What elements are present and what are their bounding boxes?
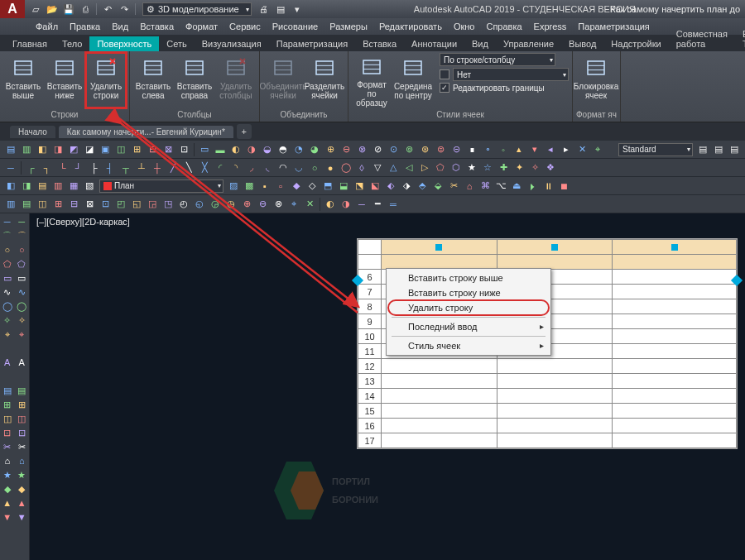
ribbon-tab[interactable]: Вставка xyxy=(355,36,404,51)
menu-параметризация[interactable]: Параметризация xyxy=(572,22,655,31)
file-tab-doc[interactable]: Как самому начерти...- Евгений Курицин* xyxy=(59,126,233,138)
tool-icon[interactable]: ◩ xyxy=(66,142,81,157)
tool-icon[interactable]: ⊗ xyxy=(271,197,286,212)
ribbon-tab[interactable]: Поверхность xyxy=(89,36,159,51)
tool-icon[interactable] xyxy=(1,370,14,383)
style-dropdown[interactable]: Standard xyxy=(618,143,693,156)
tool-icon[interactable]: ⊞ xyxy=(129,142,144,157)
tool-icon[interactable]: ⊕ xyxy=(323,142,338,157)
tool-icon[interactable]: A xyxy=(15,356,28,369)
column-grip-icon[interactable] xyxy=(551,244,558,251)
tool-icon[interactable]: ▥ xyxy=(50,179,65,194)
tool-icon[interactable]: ⊡ xyxy=(1,426,14,439)
table-cell[interactable] xyxy=(613,314,737,329)
tool-icon[interactable]: ⊛ xyxy=(417,142,432,157)
menu-размеры[interactable]: Размеры xyxy=(324,22,373,31)
tool-icon[interactable]: ▥ xyxy=(3,197,18,212)
tool-icon[interactable]: ├ xyxy=(87,160,102,175)
menu-окно[interactable]: Окно xyxy=(448,22,481,31)
tool-icon[interactable]: ◶ xyxy=(208,197,223,212)
tool-icon[interactable]: ⬠ xyxy=(15,257,28,270)
tool-icon[interactable]: ✧ xyxy=(527,160,542,175)
tool-icon[interactable]: ◫ xyxy=(15,412,28,425)
tool-icon[interactable]: ❖ xyxy=(543,160,558,175)
table-cell[interactable] xyxy=(497,374,613,389)
table-cell[interactable] xyxy=(613,270,737,285)
tool-icon[interactable]: ○ xyxy=(1,243,14,256)
tool-icon[interactable] xyxy=(1,342,14,355)
tool-icon[interactable]: ▫ xyxy=(273,179,288,194)
tool-icon[interactable]: ⊝ xyxy=(449,142,464,157)
tool-icon[interactable]: ▭ xyxy=(197,142,212,157)
tool-icon[interactable]: ⊘ xyxy=(370,142,385,157)
tool-icon[interactable]: ◞ xyxy=(244,160,259,175)
tool-icon[interactable]: ─ xyxy=(15,215,28,228)
tool-icon[interactable]: ─ xyxy=(354,197,369,212)
tool-icon[interactable]: ⊡ xyxy=(176,142,191,157)
tool-icon[interactable]: ⊞ xyxy=(15,398,28,411)
tool-icon[interactable]: ▤ xyxy=(19,197,34,212)
ribbon-button[interactable]: Формат по образцу xyxy=(352,53,392,108)
table-cell[interactable] xyxy=(613,404,737,419)
menu-редактировать[interactable]: Редактировать xyxy=(373,22,448,31)
table-cell[interactable] xyxy=(613,285,737,299)
ribbon-tab[interactable]: Сеть xyxy=(159,36,194,51)
column-header[interactable]: A xyxy=(382,240,497,255)
row-header[interactable]: 16 xyxy=(358,419,382,433)
tool-icon[interactable] xyxy=(15,342,28,355)
tool-icon[interactable]: ⬙ xyxy=(430,179,445,194)
tool-icon[interactable]: ✂ xyxy=(15,440,28,453)
tool-icon[interactable]: ◑ xyxy=(244,142,259,157)
ribbon-button[interactable]: Вставить слева xyxy=(133,53,173,108)
menu-item[interactable]: Удалить строку xyxy=(388,300,549,315)
ribbon-button[interactable]: Середина по центру xyxy=(393,53,433,108)
tool-icon[interactable]: ╱ xyxy=(166,160,180,175)
workspace-dropdown[interactable]: ⚙3D моделирование xyxy=(142,2,252,16)
ribbon-button[interactable]: Удалить строки xyxy=(86,53,126,108)
dropdown[interactable]: Нет xyxy=(453,68,569,81)
table-cell[interactable] xyxy=(613,255,737,270)
tool-icon[interactable]: ⊖ xyxy=(255,197,270,212)
tool-icon[interactable]: ⌥ xyxy=(493,179,508,194)
tool-icon[interactable]: ═ xyxy=(386,197,401,212)
tool-icon[interactable]: ⌒ xyxy=(1,229,14,242)
tool-icon[interactable]: ⊖ xyxy=(339,142,353,157)
tool-icon[interactable]: ─ xyxy=(3,160,18,175)
tool-icon[interactable]: ⬠ xyxy=(433,160,448,175)
tool-icon[interactable]: ◧ xyxy=(3,179,18,194)
app-logo[interactable]: A xyxy=(0,0,25,18)
row-header[interactable]: 17 xyxy=(358,433,382,448)
ribbon-button[interactable]: Вставить выше xyxy=(3,53,43,108)
viewport-label[interactable]: [–][Сверху][2D-каркас] xyxy=(36,217,130,227)
tool-icon[interactable]: ⏸ xyxy=(541,179,555,194)
table-cell[interactable] xyxy=(613,329,737,344)
tool-icon[interactable]: ⬕ xyxy=(368,179,382,194)
ribbon-tab[interactable]: Вид xyxy=(464,36,496,51)
table-cell[interactable] xyxy=(613,419,737,433)
menu-файл[interactable]: Файл xyxy=(30,22,64,31)
add-tab-button[interactable]: + xyxy=(237,124,252,139)
tool-icon[interactable]: ┤ xyxy=(103,160,118,175)
tool-icon[interactable]: ◕ xyxy=(307,142,322,157)
tool-icon[interactable]: ◫ xyxy=(1,412,14,425)
table-cell[interactable] xyxy=(613,359,737,374)
tool-icon[interactable]: ⬘ xyxy=(415,179,430,194)
tool-icon[interactable]: ◝ xyxy=(228,160,243,175)
tool-icon[interactable]: ◂ xyxy=(543,142,558,157)
tool-icon[interactable]: ⌖ xyxy=(590,142,605,157)
tool-icon[interactable]: ∘ xyxy=(480,142,495,157)
tool-icon[interactable]: ⬓ xyxy=(336,179,351,194)
tool-icon[interactable]: ⬡ xyxy=(449,160,464,175)
tool-icon[interactable]: ★ xyxy=(1,468,14,481)
tool-icon[interactable]: ✧ xyxy=(15,314,28,327)
tool-icon[interactable]: ┬ xyxy=(118,160,133,175)
qat-saveas-icon[interactable]: ⎙ xyxy=(78,2,93,16)
tool-icon[interactable]: ⊚ xyxy=(401,142,416,157)
tool-icon[interactable]: ▼ xyxy=(15,510,28,524)
tool-icon[interactable]: ⬖ xyxy=(383,179,398,194)
tool-icon[interactable]: ─ xyxy=(1,215,14,228)
tool-icon[interactable]: ✂ xyxy=(446,179,461,194)
menu-item[interactable]: Последний ввод xyxy=(388,319,549,334)
table-cell[interactable] xyxy=(613,374,737,389)
tool-icon[interactable]: ⏹ xyxy=(556,179,571,194)
